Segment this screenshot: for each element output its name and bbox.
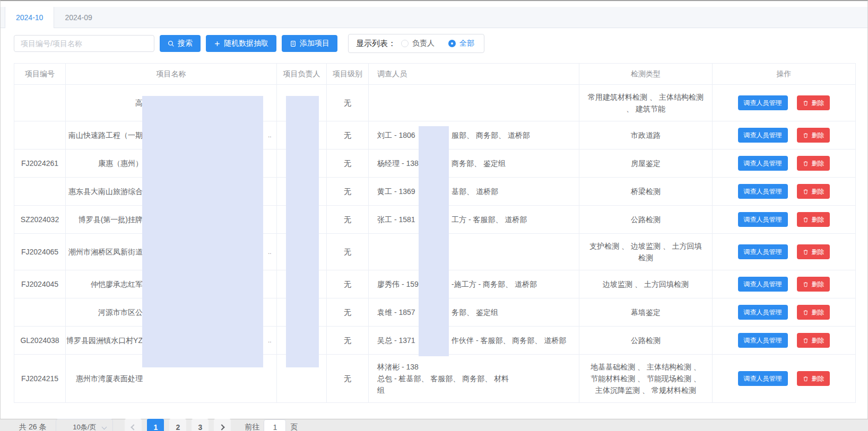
radio-all-label: 全部 — [459, 39, 474, 48]
tab-2024-10[interactable]: 2024-10 — [5, 7, 54, 28]
test-types: 支护检测 、 边坡监测 、 土方回填检测 — [579, 234, 713, 270]
table-row: FJ2024215 惠州市湾厦表面处理 无 林渚彬 - 138总包 - 桩基部、… — [14, 355, 856, 403]
radio-checked-icon — [448, 40, 456, 47]
app-window: 2024-10 2024-09 搜索 随机数据抽取 添加项目 显示列表： 负责人… — [0, 0, 868, 419]
test-types: 公路检测 — [579, 327, 713, 355]
delete-button[interactable]: 删除 — [797, 184, 830, 199]
row-actions: 调查人员管理 删除 — [713, 327, 856, 355]
project-code: SZ2024032 — [14, 206, 66, 234]
project-name-text: 博罗县(第一批)挂牌 — [66, 214, 143, 225]
test-types: 边坡监测 、 土方回填检测 — [579, 270, 713, 298]
project-level: 无 — [327, 149, 369, 178]
radio-all[interactable]: 全部 — [448, 39, 474, 48]
investigators: 杨经理 - 138商务部、 鉴定组 — [369, 149, 579, 178]
delete-button[interactable]: 删除 — [797, 95, 830, 110]
page-size-value: 10条/页 — [73, 423, 96, 431]
page-2-button[interactable]: 2 — [169, 419, 186, 431]
manage-investigators-button[interactable]: 调查人员管理 — [738, 371, 788, 386]
row-actions: 调查人员管理 删除 — [713, 206, 856, 234]
random-extract-label: 随机数据抽取 — [224, 39, 268, 48]
add-project-label: 添加项目 — [300, 39, 329, 48]
search-input[interactable] — [14, 35, 154, 52]
manage-investigators-button[interactable]: 调查人员管理 — [738, 212, 788, 227]
investigators: 袁维 - 1857务部、 鉴定组 — [369, 298, 579, 327]
project-code: FJ2024065 — [14, 234, 66, 270]
row-actions: 调查人员管理 删除 — [713, 85, 856, 121]
add-project-button[interactable]: 添加项目 — [282, 35, 337, 52]
ellipsis: .. — [268, 129, 276, 141]
delete-button[interactable]: 删除 — [797, 305, 830, 320]
document-icon — [290, 40, 297, 47]
project-name-text: 仲恺廖承志红军 — [66, 278, 143, 290]
goto-page-input[interactable] — [264, 419, 286, 431]
project-name-text: 康惠（惠州） — [66, 157, 143, 169]
col-header-test-type: 检测类型 — [579, 64, 713, 85]
manage-investigators-button[interactable]: 调查人员管理 — [738, 156, 788, 171]
random-extract-button[interactable]: 随机数据抽取 — [206, 35, 276, 52]
project-code — [14, 298, 66, 327]
toolbar: 搜索 随机数据抽取 添加项目 显示列表： 负责人 全部 — [14, 33, 867, 54]
manage-investigators-button[interactable]: 调查人员管理 — [738, 95, 788, 110]
project-level: 无 — [327, 355, 369, 403]
radio-leader[interactable]: 负责人 — [401, 39, 435, 48]
investigators: 廖秀伟 - 159-施工方 - 商务部、 道桥部 — [369, 270, 579, 298]
project-name-text: 潮州市湘桥区凤新街道 — [66, 246, 143, 258]
chevron-down-icon — [102, 425, 107, 430]
search-button[interactable]: 搜索 — [160, 35, 201, 52]
pagination: 共 26 条 10条/页 1 2 3 前往 页 — [19, 419, 867, 431]
manage-investigators-button[interactable]: 调查人员管理 — [738, 277, 788, 292]
chevron-right-icon — [219, 424, 225, 430]
tab-2024-09[interactable]: 2024-09 — [54, 7, 102, 28]
trash-icon — [803, 100, 809, 106]
manage-investigators-button[interactable]: 调查人员管理 — [738, 184, 788, 199]
delete-button[interactable]: 删除 — [797, 156, 830, 171]
page-size-select[interactable]: 10条/页 — [56, 419, 113, 431]
delete-button[interactable]: 删除 — [797, 244, 830, 259]
goto-suffix: 页 — [290, 423, 298, 431]
project-level: 无 — [327, 206, 369, 234]
test-types: 幕墙鉴定 — [579, 298, 713, 327]
delete-button[interactable]: 删除 — [797, 371, 830, 386]
page-1-button[interactable]: 1 — [147, 419, 164, 431]
radio-unchecked-icon — [401, 40, 409, 47]
row-actions: 调查人员管理 删除 — [713, 270, 856, 298]
table-row: 高 无 常用建筑材料检测 、 主体结构检测 、 建筑节能 调查人员管理 删除 — [14, 85, 856, 121]
delete-button[interactable]: 删除 — [797, 277, 830, 292]
test-types: 市政道路 — [579, 121, 713, 149]
manage-investigators-button[interactable]: 调查人员管理 — [738, 244, 788, 259]
test-types: 常用建筑材料检测 、 主体结构检测 、 建筑节能 — [579, 85, 713, 121]
project-code — [14, 121, 66, 149]
page-3-button[interactable]: 3 — [192, 419, 209, 431]
project-level: 无 — [327, 178, 369, 206]
trash-icon — [803, 189, 809, 195]
trash-icon — [803, 376, 809, 382]
investigators: 张工 - 1581工方 - 客服部、 道桥部 — [369, 206, 579, 234]
project-level: 无 — [327, 270, 369, 298]
manage-investigators-button[interactable]: 调查人员管理 — [738, 333, 788, 348]
ellipsis: .. — [268, 246, 276, 258]
display-list-group: 显示列表： 负责人 全部 — [348, 34, 484, 53]
month-tabs: 2024-10 2024-09 — [1, 7, 867, 28]
project-code: GL2024038 — [14, 327, 66, 355]
col-header-project-leader: 项目负责人 — [277, 64, 327, 85]
prev-page-button[interactable] — [125, 419, 142, 431]
redaction-overlay — [286, 96, 319, 367]
manage-investigators-button[interactable]: 调查人员管理 — [738, 305, 788, 320]
delete-button[interactable]: 删除 — [797, 333, 830, 348]
delete-button[interactable]: 删除 — [797, 212, 830, 227]
trash-icon — [803, 161, 809, 166]
row-actions: 调查人员管理 删除 — [713, 234, 856, 270]
projects-table: 项目编号 项目名称 项目负责人 项目级别 调查人员 检测类型 操作 高 无 — [14, 63, 855, 403]
col-header-project-level: 项目级别 — [327, 64, 369, 85]
goto-label: 前往 — [245, 423, 259, 431]
next-page-button[interactable] — [214, 419, 231, 431]
redaction-overlay — [419, 126, 449, 356]
display-list-label: 显示列表： — [356, 39, 396, 49]
manage-investigators-button[interactable]: 调查人员管理 — [738, 128, 788, 143]
project-code — [14, 85, 66, 121]
project-level: 无 — [327, 298, 369, 327]
project-name-text: 高 — [66, 97, 143, 109]
delete-button[interactable]: 删除 — [797, 128, 830, 143]
trash-icon — [803, 133, 809, 138]
project-code: FJ2024045 — [14, 270, 66, 298]
